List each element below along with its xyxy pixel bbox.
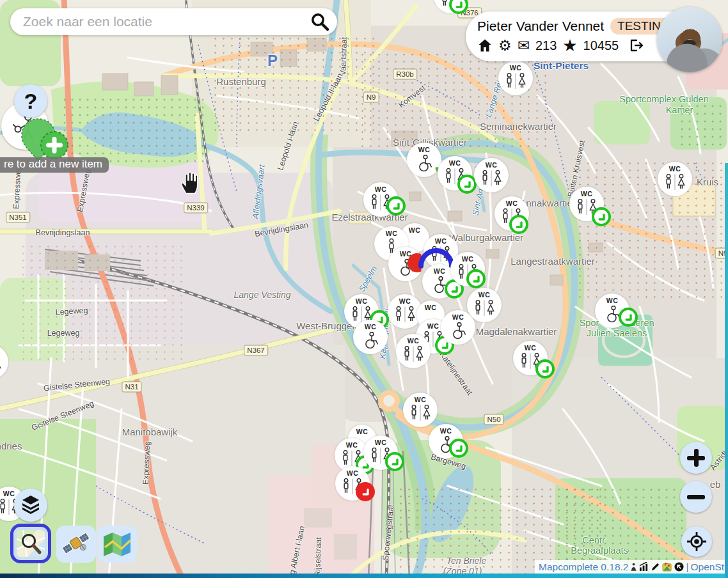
basemap-style-map-button[interactable] [97,526,137,563]
marker-wc-label: WC [365,323,377,331]
osm-link[interactable]: OpenStreetMap [690,561,728,573]
plus-icon [687,449,705,467]
user-avatar[interactable] [657,7,722,72]
wc-marker[interactable]: WC [403,393,438,427]
toilets-men-women-icon [504,73,527,90]
contributor-icon [630,562,637,572]
attribution-bar[interactable]: Mapcomplete 0.18.2 | OpenStreetMap [535,560,728,574]
search-icon[interactable] [310,12,329,31]
marker-wc-label: WC [510,64,522,72]
marker-wc-label: WC [435,237,447,245]
add-item-tooltip: re to add a new item [0,157,109,173]
crosshair-icon [686,531,707,552]
marker-wc-label: WC [415,396,427,403]
satellite-icon [59,529,92,559]
wc-marker[interactable]: WC [467,288,502,322]
marker-wc-label: WC [409,226,421,234]
wc-marker[interactable]: WC ✓ [407,143,441,177]
star-icon: ★ [562,38,577,53]
marker-wc-label: WC [486,161,498,169]
marker-wc-label: WC [356,297,368,305]
search-bar[interactable] [10,8,337,35]
marker-wc-label: WC [356,428,368,435]
wc-marker[interactable]: WC [595,293,629,328]
attribution-arrow-icon [674,562,684,572]
opening-hours-badge [386,196,406,215]
wc-marker[interactable]: WC [396,334,431,368]
marker-wc-label: WC [375,439,387,446]
marker-wc-label: WC [399,297,411,305]
marker-wc-label: WC [479,291,491,299]
minus-icon [687,488,705,506]
logout-icon[interactable] [628,38,644,53]
theme-icon [662,562,672,572]
marker-wc-label: WC [525,344,537,352]
marker-wc-label: WC [506,199,518,207]
wc-marker[interactable]: WC [658,162,692,196]
opening-hours-badge [385,452,404,471]
wc-marker[interactable]: WC [438,156,472,191]
wc-marker[interactable]: WC [429,424,463,458]
toilets-men-women-icon [480,170,503,187]
marker-wc-label: WC [425,304,437,311]
marker-wc-label: WC [427,322,439,330]
edit-pencil-icon [651,562,660,572]
basemap-style-satellite-button[interactable] [56,526,96,563]
marker-wc-label: WC [418,146,431,153]
toilets-men-women-icon [663,174,686,191]
marker-wc-label: WC [346,441,358,449]
marker-wc-label: WC [462,255,474,263]
opening-hours-badge [592,207,611,226]
changeset-count: 10455 [583,38,619,53]
opening-hours-badge [619,308,638,327]
opening-hours-badge [356,482,375,501]
opening-hours-badge [466,269,486,288]
marker-wc-label: WC [440,427,452,435]
marker-wc-label: WC [449,159,461,167]
wc-marker[interactable]: WC [353,320,388,354]
marker-wc-label: WC [606,297,619,304]
messages-count: 213 [535,38,557,53]
opening-hours-badge [449,439,468,458]
marker-wc-label: WC [375,185,387,193]
wc-marker[interactable]: WC [498,61,533,95]
attribution-separator: | [686,561,688,573]
layers-button[interactable] [14,488,47,522]
marker-wc-label: WC [581,190,593,198]
basemap-style-osm-button[interactable] [10,524,51,563]
wc-marker[interactable]: WC [363,435,398,470]
zoom-out-button[interactable] [680,481,712,513]
wc-marker[interactable]: WC [513,341,548,375]
wc-marker[interactable]: WC [450,252,485,286]
toilets-men-women-icon [409,405,432,422]
help-button[interactable]: ? [14,84,47,118]
wc-marker[interactable]: WC [569,187,604,221]
marker-wc-label: WC [386,230,398,237]
wc-marker[interactable]: WC [434,0,468,13]
map-marker-layer: WC WC [0,0,728,578]
wc-marker[interactable]: WC [495,196,529,231]
wc-marker[interactable]: WC [474,158,509,192]
home-icon[interactable] [477,38,493,53]
toilets-men-women-icon [0,357,3,374]
theme-color-strip-bottom [0,574,728,578]
zoom-in-button[interactable] [680,442,712,474]
marker-wc-label: WC [669,165,681,173]
wc-marker[interactable]: WC [0,345,8,379]
hand-cursor-icon [179,170,202,197]
marker-wc-label: WC [408,337,420,345]
statistics-icon [639,562,649,572]
app-version[interactable]: Mapcomplete 0.18.2 [539,561,628,573]
settings-gear-icon[interactable]: ⚙ [498,38,512,53]
wc-marker[interactable]: WC [363,182,398,217]
theme-color-strip-right [725,163,728,578]
toilets-men-women-icon [393,306,416,324]
marker-wc-label: WC [3,490,15,497]
map-viewport[interactable]: RustenburgSint-GilliskwartierSeminariekw… [0,0,728,578]
geolocate-button[interactable] [681,526,712,557]
wc-marker[interactable]: WC [335,466,370,501]
marker-wc-label: WC [434,267,446,275]
folded-map-icon [102,531,132,557]
messages-icon[interactable]: ✉ [518,38,530,53]
search-input[interactable] [22,13,310,30]
